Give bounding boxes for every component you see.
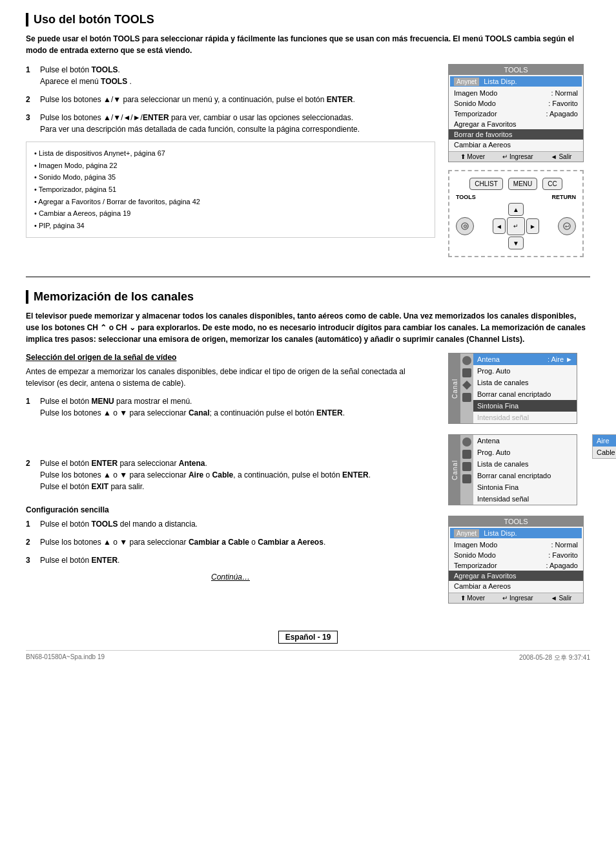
channel-item-borrar: Borrar canal encriptado [473,388,577,400]
section1-right: TOOLS Anynet Lista Disp. Imagen Modo: No… [448,64,590,257]
section1-left: 1 Pulse el botón TOOLS. Aparece el menú … [26,64,435,257]
channel-menu1-container: Canal Antena: Aire ► Prog. Auto Lista de… [448,353,590,424]
footer2-mover: ⬆ Mover [460,595,486,602]
submenu-cable: Cable [593,447,616,458]
channel2-item-antena: Antena [473,435,577,447]
tools-circle-button[interactable]: ⚙ [456,217,474,235]
bullet-item: • PIP, página 34 [34,220,427,232]
nav-down-button[interactable]: ▼ [508,237,524,249]
icon-square [462,368,471,377]
c-step-text-2: Pulse los botones ▲ o ▼ para seleccionar… [40,536,435,548]
s2-step-num-2: 2 [26,458,35,492]
step-num-3: 3 [26,112,35,135]
nav-right-button[interactable]: ► [526,218,539,234]
icon-circle [462,356,471,365]
nav-left-button[interactable]: ◄ [493,218,506,234]
s2-step-text-1: Pulse el botón MENU para mostrar el menú… [40,395,435,419]
icon-rect [462,393,471,402]
s2-step-num-1: 1 [26,395,35,419]
channel-icons-1 [460,353,473,423]
nav-up-button[interactable]: ▲ [508,203,524,216]
section1-intro: Se puede usar el botón TOOLS para selecc… [26,33,590,56]
footer-mover: ⬆ Mover [460,153,486,160]
remote-widget: CHLIST MENU CC TOOLS RETURN ⚙ ▲ ◄ [448,170,584,257]
bullet-item: • Cambiar a Aereos, página 19 [34,207,427,220]
footer-ingresar: ↵ Ingresar [502,153,533,160]
return-circle-button[interactable]: ↩ [558,217,576,235]
tools-menu-item-temporizador: Temporizador: Apagado [449,109,583,119]
tools-menu-highlight: Anynet Lista Disp. [450,76,582,87]
icon-diamond [462,381,471,390]
section1-step1: 1 Pulse el botón TOOLS. Aparece el menú … [26,64,435,87]
nav-enter-button[interactable]: ↵ [507,217,525,235]
c-step-num-3: 3 [26,554,35,566]
svg-text:↩: ↩ [565,224,570,229]
subsection-title: Selección del origen de la señal de víde… [26,353,435,362]
cc-button[interactable]: CC [542,178,562,190]
footer-salir: ◄ Salir [551,153,572,160]
section1-bullets: • Lista de dispositivos Anynet+, página … [26,142,435,238]
channel2-item-sintonia: Sintonia Fina [473,481,577,493]
tools-menu-item-borrar: Borrar de favoritos [449,129,583,140]
section1-content: 1 Pulse el botón TOOLS. Aparece el menú … [26,64,590,257]
tools-menu-item-agregar: Agregar a Favoritos [449,119,583,129]
tools-menu-item-sonido: Sonido Modo: Favorito [449,98,583,109]
channel-submenu: Aire Cable [592,434,616,459]
channel-menu1-items: Antena: Aire ► Prog. Auto Lista de canal… [473,353,577,423]
tools-menu2-title: TOOLS [449,516,583,527]
channel2-item-intensidad: Intensidad señal [473,493,577,505]
nav-middle: ◄ ↵ ► [493,217,539,235]
tools-menu-widget: TOOLS Anynet Lista Disp. Imagen Modo: No… [448,64,584,162]
anynet-badge2: Anynet [454,529,479,538]
s2-step-text-2: Pulse el botón ENTER para seleccionar An… [40,458,435,492]
c-step-num-2: 2 [26,536,35,548]
subsection-intro: Antes de empezar a memorizar los canales… [26,366,435,389]
section1-step3: 3 Pulse los botones ▲/▼/◄/►/ENTER para v… [26,112,435,135]
anynet-badge: Anynet [454,78,479,86]
channel-menu1: Canal Antena: Aire ► Prog. Auto Lista de… [448,353,577,424]
tools-menu2-item-sonido: Sonido Modo: Favorito [449,550,583,560]
config-step1: 1 Pulse el botón TOOLS del mando a dista… [26,518,435,530]
channel2-item-prog: Prog. Auto [473,447,577,458]
channel-icons-2 [460,435,473,505]
c-step-num-1: 1 [26,518,35,530]
config-step3: 3 Pulse el botón ENTER. [26,554,435,566]
bullet-item: • Lista de dispositivos Anynet+, página … [34,147,427,160]
c-step-text-1: Pulse el botón TOOLS del mando a distanc… [40,518,435,530]
section2-content: Selección del origen de la señal de víde… [26,353,590,611]
channel-item-prog: Prog. Auto [473,365,577,377]
config-step2: 2 Pulse los botones ▲ o ▼ para seleccion… [26,536,435,548]
tools-menu2-widget: TOOLS Anynet Lista Disp. Imagen Modo: No… [448,516,584,604]
icon-diamond2 [462,462,471,471]
continues-text: Continúa… [26,573,435,582]
footer2-salir: ◄ Salir [551,595,572,602]
step-text-2: Pulse los botones ▲/▼ para seleccionar u… [40,94,435,105]
bullet-item: • Imagen Modo, página 22 [34,160,427,172]
section1: Uso del botón TOOLS Se puede usar el bot… [26,13,590,257]
tools-menu2-footer: ⬆ Mover ↵ Ingresar ◄ Salir [449,593,583,603]
section2-title: Memorización de los canales [34,290,590,304]
menu-button[interactable]: MENU [508,178,537,190]
chlist-button[interactable]: CHLIST [469,178,503,190]
step-text-3: Pulse los botones ▲/▼/◄/►/ENTER para ver… [40,112,435,135]
c-step-text-3: Pulse el botón ENTER. [40,554,435,566]
channel-item-lista: Lista de canales [473,377,577,388]
tools-menu2-item-cambiar: Cambiar a Aereos [449,581,583,591]
footer-left: BN68-01580A~Spa.indb 19 [26,653,105,662]
config-title: Configuración sencilla [26,505,435,514]
channel-item-intensidad: Intensidad señal [473,412,577,423]
channel2-item-lista: Lista de canales [473,458,577,470]
remote-middle-row: ⚙ ▲ ◄ ↵ ► ▼ ↩ [456,203,576,249]
icon-rect2 [462,474,471,483]
section2-step2: 2 Pulse el botón ENTER para seleccionar … [26,458,435,492]
tools-menu2-highlight: Anynet Lista Disp. [450,528,582,538]
nav-cross: ▲ ◄ ↵ ► ▼ [493,203,539,249]
remote-top-row: CHLIST MENU CC [469,178,562,190]
icon-circle2 [462,437,471,447]
section2-step1: 1 Pulse el botón MENU para mostrar el me… [26,395,435,419]
tools-menu-footer: ⬆ Mover ↵ Ingresar ◄ Salir [449,151,583,162]
channel2-item-borrar: Borrar canal encriptado [473,470,577,481]
icon-square2 [462,450,471,459]
section2: Memorización de los canales El televisor… [26,290,590,611]
channel-item-antena: Antena: Aire ► [473,353,577,365]
